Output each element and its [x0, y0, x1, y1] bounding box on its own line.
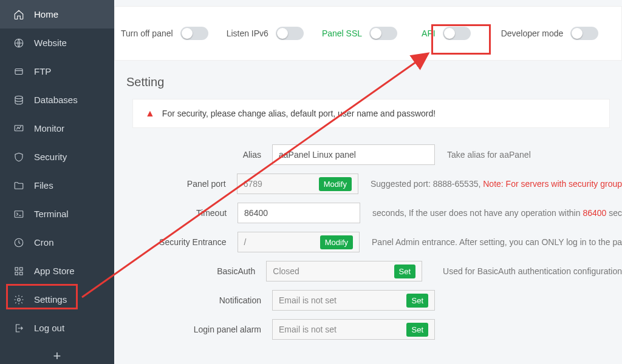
svg-point-2	[15, 96, 22, 99]
svg-rect-9	[20, 272, 23, 275]
row-label: Alias	[132, 150, 272, 160]
sidebar-item-website[interactable]: Website	[0, 29, 114, 57]
toggle-switch-ssl[interactable]	[369, 27, 397, 40]
logout-icon	[13, 323, 24, 334]
timeout-input[interactable]: 86400	[238, 203, 360, 223]
row-timeout: Timeout 86400 seconds, If the user does …	[132, 198, 622, 228]
shield-icon	[13, 152, 24, 163]
sidebar-item-ftp[interactable]: FTP	[0, 57, 114, 86]
toggle-api: API	[422, 27, 471, 40]
warning-text: For security, please change alias, defau…	[162, 109, 436, 118]
entrance-input[interactable]: / Modify	[238, 232, 360, 252]
alarm-input[interactable]: Email is not set Set	[272, 319, 435, 340]
row-label: Notification	[132, 295, 272, 305]
toggle-switch-turnoff[interactable]	[180, 27, 208, 40]
settings-form: Alias aaPanel Linux panel Take alias for…	[114, 128, 622, 344]
sidebar-item-appstore[interactable]: App Store	[0, 257, 114, 285]
sidebar-item-label: Settings	[34, 294, 67, 305]
sidebar: Home Website FTP Databases Monitor Secur…	[0, 0, 114, 364]
sidebar-item-security[interactable]: Security	[0, 143, 114, 171]
home-icon	[13, 9, 24, 20]
row-label: Panel port	[132, 179, 237, 189]
row-label: BasicAuth	[132, 266, 266, 276]
basicauth-input[interactable]: Closed Set	[266, 261, 422, 281]
set-button[interactable]: Set	[394, 265, 416, 278]
toggle-turnoff: Turn off panel	[121, 27, 208, 40]
warning-icon: ▲	[145, 108, 155, 119]
main-content: Turn off panel Listen IPv6 Panel SSL API…	[114, 0, 622, 364]
row-label: Login panel alarm	[132, 325, 272, 334]
notification-input[interactable]: Email is not set Set	[272, 290, 435, 311]
gear-icon	[13, 294, 24, 305]
svg-rect-6	[15, 268, 18, 271]
row-entrance: Security Entrance / Modify Panel Admin e…	[132, 228, 622, 257]
sidebar-item-label: App Store	[34, 266, 75, 276]
sidebar-item-label: Files	[34, 180, 53, 190]
sidebar-item-label: Website	[34, 38, 67, 48]
sidebar-item-monitor[interactable]: Monitor	[0, 114, 114, 143]
toggle-label: Listen IPv6	[227, 29, 268, 38]
sidebar-item-label: Terminal	[34, 209, 69, 219]
sidebar-item-terminal[interactable]: Terminal	[0, 200, 114, 228]
sidebar-item-label: Monitor	[34, 123, 64, 133]
sidebar-item-cron[interactable]: Cron	[0, 228, 114, 257]
toggle-devmode: Developer mode	[501, 27, 599, 40]
toggle-label: Developer mode	[501, 29, 564, 38]
sidebar-item-label: FTP	[34, 66, 51, 76]
globe-icon	[13, 38, 24, 49]
sidebar-item-settings[interactable]: Settings	[0, 285, 114, 314]
svg-rect-4	[15, 211, 23, 217]
sidebar-item-files[interactable]: Files	[0, 171, 114, 200]
set-button[interactable]: Set	[406, 294, 428, 308]
row-port: Panel port 6789 Modify Suggested port: 8…	[132, 169, 622, 198]
toggle-switch-devmode[interactable]	[570, 27, 598, 40]
svg-rect-7	[20, 268, 23, 271]
ftp-icon	[13, 66, 24, 77]
svg-rect-1	[15, 69, 22, 74]
toggle-label: API	[422, 29, 436, 38]
row-hint: seconds, If the user does not have any o…	[372, 208, 622, 218]
sidebar-item-logout[interactable]: Log out	[0, 314, 114, 342]
row-hint: Take alias for aaPanel	[447, 150, 531, 160]
toggle-label: Panel SSL	[322, 29, 362, 38]
warning-box: ▲ For security, please change alias, def…	[132, 99, 610, 128]
sidebar-item-label: Databases	[34, 95, 78, 105]
row-notification: Notification Email is not set Set	[132, 286, 622, 315]
sidebar-item-label: Security	[34, 152, 67, 162]
modify-button[interactable]: Modify	[320, 235, 353, 249]
row-alarm: Login panel alarm Email is not set Set	[132, 315, 622, 344]
section-title: Setting	[114, 61, 622, 95]
alias-input[interactable]: aaPanel Linux panel	[272, 144, 435, 165]
row-label: Timeout	[132, 208, 238, 218]
row-label: Security Entrance	[132, 237, 238, 247]
appstore-icon	[13, 266, 24, 277]
port-input[interactable]: 6789 Modify	[237, 174, 358, 194]
clock-icon	[13, 237, 24, 248]
toggle-switch-api[interactable]	[443, 27, 471, 40]
set-button[interactable]: Set	[406, 323, 428, 337]
toggle-bar: Turn off panel Listen IPv6 Panel SSL API…	[114, 6, 622, 61]
toggle-label: Turn off panel	[121, 29, 173, 38]
sidebar-item-label: Log out	[34, 323, 64, 333]
database-icon	[13, 95, 24, 106]
row-hint: Panel Admin entrance. After setting, you…	[372, 237, 622, 247]
svg-point-10	[18, 298, 21, 301]
row-alias: Alias aaPanel Linux panel Take alias for…	[132, 140, 622, 169]
toggle-ssl: Panel SSL	[322, 27, 397, 40]
sidebar-add[interactable]: +	[0, 342, 114, 364]
toggle-switch-ipv6[interactable]	[276, 27, 304, 40]
sidebar-item-databases[interactable]: Databases	[0, 86, 114, 114]
modify-button[interactable]: Modify	[319, 177, 352, 191]
monitor-icon	[13, 123, 24, 134]
sidebar-item-label: Home	[34, 9, 58, 19]
sidebar-item-home[interactable]: Home	[0, 0, 114, 29]
toggle-ipv6: Listen IPv6	[227, 27, 304, 40]
svg-rect-8	[15, 272, 18, 275]
row-hint: Used for BasicAuth authentication config…	[443, 266, 622, 276]
folder-icon	[13, 180, 24, 191]
row-basicauth: BasicAuth Closed Set Used for BasicAuth …	[132, 257, 622, 286]
row-hint: Suggested port: 8888-65535, Note: For se…	[371, 179, 622, 189]
sidebar-item-label: Cron	[34, 237, 54, 248]
terminal-icon	[13, 209, 24, 220]
